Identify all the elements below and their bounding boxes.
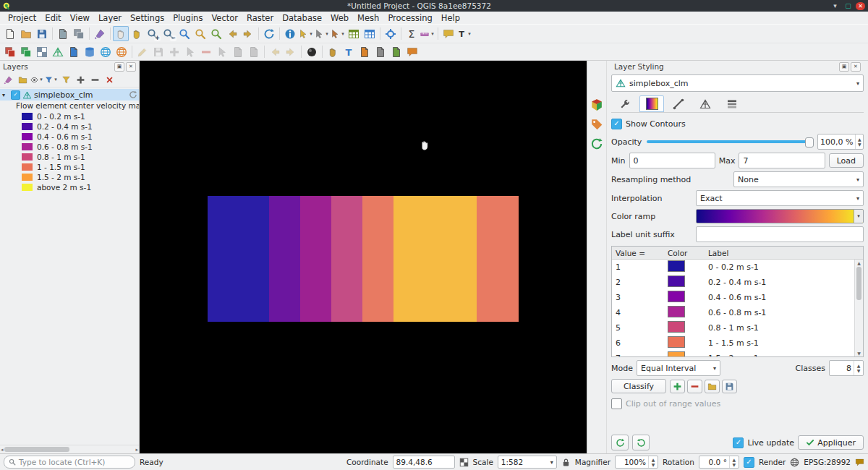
label-unit-suffix-input[interactable] xyxy=(696,226,864,242)
close-button[interactable]: ✕ xyxy=(856,2,865,10)
expander-icon[interactable]: ▾ xyxy=(2,92,9,98)
legend-item[interactable]: above 2 m s-1 xyxy=(0,182,139,192)
menu-vector[interactable]: Vector xyxy=(207,13,242,23)
resampling-combo[interactable]: None▾ xyxy=(733,171,864,187)
zoom-in-icon[interactable]: + xyxy=(145,26,161,41)
messages-icon[interactable] xyxy=(855,458,864,467)
menu-project[interactable]: Project xyxy=(4,13,41,23)
label-column-header[interactable]: Label xyxy=(705,249,855,257)
redo-icon[interactable] xyxy=(283,44,299,59)
menu-settings[interactable]: Settings xyxy=(126,13,169,23)
slider-handle[interactable] xyxy=(805,137,814,148)
spin-arrows-icon[interactable]: ▲▼ xyxy=(648,456,658,468)
interpolation-combo[interactable]: Exact▾ xyxy=(696,190,864,206)
menu-processing[interactable]: Processing xyxy=(383,13,436,23)
vertex-tool-icon[interactable] xyxy=(182,44,198,59)
map-canvas[interactable] xyxy=(140,61,587,453)
zoom-out-icon[interactable]: − xyxy=(161,26,176,41)
contour-table-row[interactable]: 71.5 - 2 m s-1 xyxy=(612,351,854,357)
legend-item[interactable]: 0.6 - 0.8 m s-1 xyxy=(0,142,139,152)
color-cell[interactable] xyxy=(664,351,705,357)
color-cell[interactable] xyxy=(664,336,705,350)
spin-arrows-icon[interactable]: ▲▼ xyxy=(855,134,863,149)
scale-combo[interactable]: 1:582▾ xyxy=(498,456,557,469)
spin-arrows-icon[interactable]: ▲▼ xyxy=(854,361,863,375)
opacity-slider[interactable] xyxy=(647,135,814,148)
svg-annotation-icon[interactable] xyxy=(388,44,404,59)
load-button[interactable]: Load xyxy=(829,153,864,168)
undock-panel-icon[interactable]: ▣ xyxy=(839,62,849,72)
max-input[interactable]: 7 xyxy=(739,153,825,168)
map-tips-icon[interactable] xyxy=(441,26,456,41)
close-panel-icon[interactable]: ✕ xyxy=(851,62,861,72)
cut-features-icon[interactable] xyxy=(214,44,230,59)
color-ramp-selector[interactable]: ▾ xyxy=(696,209,864,223)
labels-icon[interactable] xyxy=(590,118,603,131)
annotation-properties-icon[interactable] xyxy=(404,44,420,59)
legend-item[interactable]: 1.5 - 2 m s-1 xyxy=(0,172,139,182)
rotation-spinbox[interactable]: 0.0 °▲▼ xyxy=(699,456,739,469)
tab-general-settings[interactable] xyxy=(613,95,637,112)
contour-table-row[interactable]: 50.8 - 1 m s-1 xyxy=(612,320,854,336)
live-update-checkbox[interactable] xyxy=(733,437,744,448)
menu-layer[interactable]: Layer xyxy=(94,13,126,23)
menu-view[interactable]: View xyxy=(66,13,94,23)
layer-tree-item[interactable]: ▾ simplebox_clm xyxy=(0,89,139,101)
dropdown-arrow-icon[interactable]: ▾ xyxy=(53,77,59,82)
menu-help[interactable]: Help xyxy=(437,13,464,23)
layer-visibility-checkbox[interactable] xyxy=(11,90,20,100)
scroll-thumb[interactable] xyxy=(856,267,861,300)
filter-legend-icon[interactable]: ▾ xyxy=(45,74,59,86)
save-layer-edits-icon[interactable] xyxy=(150,44,166,59)
extents-toggle-icon[interactable] xyxy=(459,458,469,467)
dropdown-arrow-icon[interactable]: ▾ xyxy=(308,31,314,37)
apply-button[interactable]: Appliquer xyxy=(798,435,864,450)
pan-to-selection-icon[interactable] xyxy=(129,26,145,41)
color-cell[interactable] xyxy=(664,291,705,304)
chevron-down-icon[interactable]: ▾ xyxy=(854,210,863,223)
contour-table-row[interactable]: 10 - 0.2 m s-1 xyxy=(612,260,854,275)
classes-spinbox[interactable]: 8▲▼ xyxy=(829,360,864,376)
add-group-icon[interactable] xyxy=(16,74,30,86)
show-contours-checkbox[interactable] xyxy=(611,119,622,129)
contour-table-row[interactable]: 20.2 - 0.4 m s-1 xyxy=(612,275,854,290)
menu-database[interactable]: Database xyxy=(278,13,326,23)
toggle-editing-icon[interactable] xyxy=(135,44,150,59)
zoom-next-icon[interactable] xyxy=(240,26,256,41)
scroll-down-icon[interactable]: ▼ xyxy=(857,351,861,356)
color-cell[interactable] xyxy=(664,321,705,335)
restore-button[interactable]: ▢ xyxy=(843,1,854,10)
form-annotation-icon[interactable] xyxy=(357,44,373,59)
deselect-features-icon[interactable]: ▾ xyxy=(314,26,330,41)
menu-raster[interactable]: Raster xyxy=(242,13,278,23)
legend-item[interactable]: 0.8 - 1 m s-1 xyxy=(0,152,139,162)
manage-map-themes-icon[interactable]: ▾ xyxy=(30,74,44,86)
table-scrollbar[interactable]: ▲▼ xyxy=(854,260,863,356)
select-by-expression-icon[interactable]: ▾ xyxy=(330,26,346,41)
menu-edit[interactable]: Edit xyxy=(41,13,65,23)
add-vector-layer-icon[interactable] xyxy=(18,44,34,59)
tab-stacked-averaging[interactable] xyxy=(720,95,744,112)
zoom-to-selection-icon[interactable] xyxy=(192,26,208,41)
move-annotation-icon[interactable] xyxy=(325,44,341,59)
delete-selected-icon[interactable] xyxy=(198,44,214,59)
tab-vector-rendering[interactable] xyxy=(666,95,691,112)
dropdown-arrow-icon[interactable]: ▾ xyxy=(38,77,44,82)
add-wms-layer-icon[interactable] xyxy=(98,44,114,59)
python-console-icon[interactable] xyxy=(304,44,320,59)
add-database-layer-icon[interactable] xyxy=(82,44,98,59)
color-cell[interactable] xyxy=(664,306,705,320)
remove-layer-icon[interactable] xyxy=(103,74,116,86)
undock-panel-icon[interactable]: ▣ xyxy=(114,62,124,72)
spin-arrows-icon[interactable]: ▲▼ xyxy=(729,456,739,468)
add-feature-icon[interactable] xyxy=(166,44,182,59)
expand-all-icon[interactable] xyxy=(74,74,88,86)
dropdown-arrow-icon[interactable]: ▾ xyxy=(324,31,330,37)
dropdown-arrow-icon[interactable]: ▾ xyxy=(430,31,435,37)
history-icon[interactable] xyxy=(590,137,603,150)
load-color-map-icon[interactable] xyxy=(705,380,720,393)
menu-mesh[interactable]: Mesh xyxy=(353,13,383,23)
new-project-icon[interactable] xyxy=(2,26,18,41)
tab-contours[interactable] xyxy=(639,95,664,112)
open-layer-styling-icon[interactable] xyxy=(1,74,15,86)
